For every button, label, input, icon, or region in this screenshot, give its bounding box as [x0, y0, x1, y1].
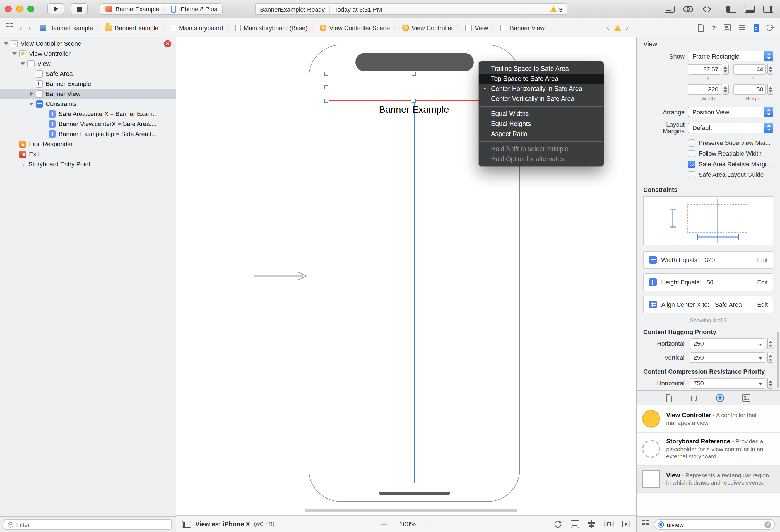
library-item-storyboard-reference[interactable]: Storyboard Reference - Provides a placeh…	[637, 433, 780, 466]
size-inspector-tab[interactable]	[754, 24, 759, 32]
outline-row-view-controller[interactable]: View Controller	[0, 49, 176, 59]
media-library-tab[interactable]	[742, 394, 750, 402]
embed-in-stack-button[interactable]	[571, 520, 579, 528]
hugging-horizontal-field[interactable]: 250	[690, 338, 766, 349]
disclosure-triangle[interactable]	[3, 42, 9, 45]
breadcrumb-item-storyboard[interactable]: Main.storyboard	[171, 24, 223, 31]
assistant-editor-button[interactable]	[683, 5, 693, 12]
outline-row-first-responder[interactable]: First Responder	[0, 139, 176, 149]
breadcrumb-item-view[interactable]: View	[465, 24, 488, 31]
next-issue-button[interactable]: ›	[626, 24, 628, 31]
menu-item-trailing-space[interactable]: Trailing Space to Safe Area	[479, 64, 604, 73]
outline-row-constraint-2[interactable]: Banner View.centerX = Safe Area....	[0, 119, 176, 129]
menu-item-equal-heights[interactable]: Equal Heights	[479, 119, 604, 129]
run-button[interactable]	[47, 3, 64, 14]
navigator-toggle-button[interactable]	[726, 5, 736, 12]
banner-example-label[interactable]: Banner Example	[326, 104, 502, 115]
zoom-button[interactable]	[27, 6, 34, 12]
zoom-out-button[interactable]: —	[381, 521, 387, 527]
close-button[interactable]	[5, 6, 12, 12]
banner-view[interactable]	[326, 73, 502, 101]
compression-horizontal-stepper[interactable]	[767, 377, 773, 389]
resize-handle[interactable]	[324, 99, 328, 103]
menu-item-center-horizontally[interactable]: Center Horizontally in Safe Area	[479, 84, 604, 94]
outline-row-constraint-3[interactable]: Banner Example.top = Safe Area.t...	[0, 129, 176, 139]
quick-help-tab[interactable]: ?	[712, 24, 716, 31]
issues-indicator[interactable]: ! 3	[550, 6, 563, 12]
menu-item-aspect-ratio[interactable]: Aspect Ratio	[479, 129, 604, 139]
library-grid-view-button[interactable]	[642, 520, 649, 529]
library-search-input[interactable]	[667, 521, 762, 528]
file-inspector-tab[interactable]	[698, 24, 704, 32]
compression-horizontal-field[interactable]: 750	[690, 378, 766, 388]
resize-handle[interactable]	[324, 72, 328, 76]
outline-row-exit[interactable]: Exit	[0, 149, 176, 159]
issue-warning-icon[interactable]	[614, 25, 621, 31]
outline-row-banner-example-label[interactable]: L Banner Example	[0, 78, 176, 89]
disclosure-triangle[interactable]	[12, 52, 17, 55]
update-frames-button[interactable]	[554, 520, 563, 528]
attributes-inspector-tab[interactable]	[739, 24, 746, 31]
back-button[interactable]: ‹	[19, 24, 22, 32]
library-item-view-controller[interactable]: View Controller - A controller that mana…	[637, 406, 780, 433]
breadcrumb-item-view-controller[interactable]: View Controller	[402, 24, 453, 31]
outline-row-view-controller-scene[interactable]: View Controller Scene ✕	[0, 39, 176, 49]
forward-button[interactable]: ›	[28, 24, 31, 32]
constraint-card-height[interactable]: Height Equals: 50 Edit	[643, 273, 773, 291]
resize-handle[interactable]	[412, 72, 416, 76]
outline-row-banner-view[interactable]: Banner View	[0, 89, 176, 99]
library-item-view[interactable]: View - Represents a rectangular region i…	[637, 466, 780, 493]
clear-search-icon[interactable]: ✕	[764, 521, 771, 528]
height-field[interactable]: 50	[733, 84, 766, 95]
hugging-horizontal-stepper[interactable]	[767, 338, 773, 349]
identity-inspector-tab[interactable]	[724, 24, 731, 31]
resize-handle[interactable]	[324, 85, 328, 89]
layout-margins-popup[interactable]: Default	[688, 122, 773, 133]
menu-item-equal-widths[interactable]: Equal Widths	[479, 109, 604, 119]
standard-editor-button[interactable]	[665, 5, 675, 12]
outline-row-storyboard-entry-point[interactable]: → Storyboard Entry Point	[0, 159, 176, 169]
version-editor-button[interactable]	[702, 5, 712, 12]
width-field[interactable]: 320	[688, 84, 721, 95]
menu-item-top-space[interactable]: Top Space to Safe Area	[479, 73, 604, 84]
stop-button[interactable]	[71, 3, 88, 14]
canvas-area[interactable]: Banner Example Trailing Space to Safe Ar…	[176, 37, 636, 515]
related-items-button[interactable]	[6, 23, 13, 32]
hugging-vertical-stepper[interactable]	[767, 352, 773, 363]
outline-row-view[interactable]: View	[0, 59, 176, 68]
breadcrumb-item-storyboard-base[interactable]: Main.storyboard (Base)	[236, 24, 308, 31]
inspector-toggle-button[interactable]	[763, 5, 773, 12]
breadcrumb-item-project[interactable]: BannerExample	[40, 24, 93, 31]
view-as-button[interactable]: View as: iPhone X (wC hR)	[182, 521, 275, 527]
follow-readable-width-checkbox[interactable]	[688, 150, 695, 157]
y-stepper[interactable]	[767, 64, 773, 75]
edit-button[interactable]: Edit	[757, 279, 768, 285]
previous-issue-button[interactable]: ‹	[607, 24, 609, 31]
safe-area-layout-guide-checkbox[interactable]	[688, 171, 695, 178]
show-popup[interactable]: Frame Rectangle	[688, 51, 773, 61]
hugging-vertical-field[interactable]: 250	[690, 352, 766, 363]
edit-button[interactable]: Edit	[757, 257, 768, 263]
outline-filter-field[interactable]	[4, 519, 172, 530]
horizontal-scrollbar[interactable]	[305, 509, 517, 513]
connections-inspector-tab[interactable]	[767, 24, 774, 31]
library-search-field[interactable]: ✕	[654, 519, 775, 530]
resolve-auto-layout-button[interactable]	[622, 520, 630, 528]
safe-area-relative-checkbox[interactable]	[688, 160, 695, 168]
outline-row-constraints[interactable]: Constraints	[0, 99, 176, 109]
resize-handle[interactable]	[412, 99, 416, 103]
outline-filter-input[interactable]	[16, 521, 168, 528]
constraint-card-width[interactable]: Width Equals: 320 Edit	[643, 251, 773, 269]
minimize-button[interactable]	[16, 6, 23, 12]
y-field[interactable]: 44	[733, 64, 766, 74]
x-stepper[interactable]	[722, 64, 728, 75]
disclosure-triangle[interactable]	[29, 102, 34, 105]
file-template-library-tab[interactable]	[666, 394, 672, 402]
constraint-card-align-center-x[interactable]: Align Center X to: Safe Area Edit	[643, 296, 773, 313]
breadcrumb-item-group[interactable]: BannerExample	[105, 24, 158, 31]
edit-button[interactable]: Edit	[757, 301, 768, 308]
debug-area-toggle-button[interactable]	[745, 5, 755, 12]
storyboard-entry-point-arrow[interactable]	[254, 271, 310, 283]
arrange-popup[interactable]: Position View	[688, 107, 773, 117]
disclosure-triangle[interactable]	[20, 62, 26, 65]
